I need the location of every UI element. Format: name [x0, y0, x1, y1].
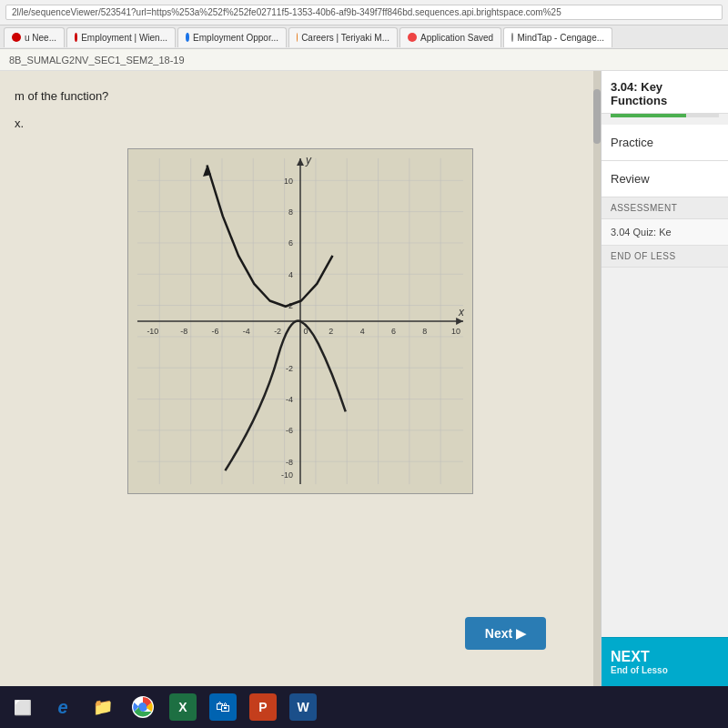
sidebar-item-review-label: Review: [611, 172, 650, 186]
right-sidebar: 3.04: Key Functions Practice Review Asse…: [601, 71, 728, 686]
chrome-icon[interactable]: [129, 693, 157, 721]
svg-point-51: [139, 703, 147, 711]
sidebar-next-label: NEXT: [611, 649, 719, 665]
svg-text:8: 8: [288, 207, 293, 217]
tab-icon-careers: [297, 33, 298, 42]
graph-svg: x y -10 -8 -6 -4 -2 0 2 4 6 8 10 10 8 6 …: [128, 149, 472, 493]
word-icon[interactable]: W: [289, 693, 317, 721]
sidebar-assessment-text: Assessment: [611, 203, 677, 213]
svg-text:y: y: [305, 154, 312, 167]
tab-label-careers: Careers | Teriyaki M...: [301, 33, 389, 43]
sidebar-item-practice[interactable]: Practice: [602, 125, 728, 161]
breadcrumb: 8B_SUMALG2NV_SEC1_SEM2_18-19: [0, 49, 728, 71]
svg-text:2: 2: [288, 301, 293, 310]
scroll-thumb: [593, 89, 601, 144]
sidebar-progress-bar: [611, 114, 719, 117]
powerpoint-icon[interactable]: P: [249, 693, 277, 721]
svg-text:-4: -4: [286, 395, 293, 404]
svg-text:-2: -2: [286, 364, 293, 373]
question-text: m of the function?: [15, 89, 108, 103]
svg-text:-8: -8: [286, 458, 293, 467]
scroll-indicator[interactable]: [593, 71, 601, 686]
sidebar-sub-item-quiz[interactable]: 3.04 Quiz: Ke: [602, 219, 728, 246]
sidebar-assessment-label: Assessment: [602, 197, 728, 219]
tab-label-nee: u Nee...: [25, 33, 56, 43]
sidebar-title: 3.04: Key Functions: [602, 71, 728, 114]
svg-text:-6: -6: [286, 426, 293, 435]
tab-label-wien: Employment | Wien...: [81, 33, 167, 43]
tab-bar: u Nee... Employment | Wien... Employment…: [0, 25, 728, 49]
left-panel: m of the function? x.: [0, 71, 601, 686]
graph-container: x y -10 -8 -6 -4 -2 0 2 4 6 8 10 10 8 6 …: [127, 148, 473, 494]
svg-text:-8: -8: [180, 327, 187, 336]
monitor-icon[interactable]: ⬜: [9, 693, 36, 721]
svg-text:-6: -6: [212, 327, 219, 336]
next-button-area: Next ▶: [465, 617, 546, 650]
tab-icon-wien: [75, 33, 77, 42]
tab-careers[interactable]: Careers | Teriyaki M...: [288, 27, 398, 47]
sidebar-next-sub: End of Lesso: [611, 665, 719, 675]
breadcrumb-text: 8B_SUMALG2NV_SEC1_SEM2_18-19: [9, 55, 185, 66]
sidebar-end-text: END OF LESS: [611, 251, 676, 261]
tab-label-mindtap: MindTap - Cengage...: [517, 33, 604, 43]
tab-icon-oppor: [186, 33, 189, 42]
browser-url-bar: 2l/le/sequenceViewer/523541?url=https%25…: [0, 0, 728, 25]
svg-text:-10: -10: [147, 327, 158, 336]
next-button[interactable]: Next ▶: [465, 617, 546, 650]
svg-text:x: x: [458, 306, 465, 318]
tab-icon-nee: [12, 33, 21, 42]
excel-icon[interactable]: X: [169, 693, 197, 721]
tab-employment-wien[interactable]: Employment | Wien...: [66, 27, 176, 47]
sidebar-next-button[interactable]: NEXT End of Lesso: [602, 637, 728, 686]
svg-text:-2: -2: [274, 327, 281, 336]
main-content: m of the function? x.: [0, 71, 728, 686]
tab-icon-app-saved: [408, 33, 417, 42]
taskbar: ⬜ e 📁 X 🛍 P W: [0, 686, 728, 728]
tab-label-app-saved: Application Saved: [420, 33, 493, 43]
svg-text:-4: -4: [243, 327, 250, 336]
question-area: m of the function? x.: [0, 71, 601, 139]
svg-text:8: 8: [422, 327, 427, 336]
sidebar-end-label: END OF LESS: [602, 246, 728, 268]
answer-label: x.: [15, 116, 24, 130]
svg-text:4: 4: [360, 327, 365, 336]
sidebar-item-review[interactable]: Review: [602, 161, 728, 197]
tab-icon-mindtap: [511, 33, 513, 42]
sidebar-item-practice-label: Practice: [611, 136, 653, 149]
svg-text:6: 6: [288, 238, 293, 248]
tab-label-oppor: Employment Oppor...: [193, 33, 278, 43]
tab-application-saved[interactable]: Application Saved: [399, 27, 501, 47]
sidebar-quiz-label: 3.04 Quiz: Ke: [611, 227, 672, 238]
tab-employment-oppor[interactable]: Employment Oppor...: [177, 27, 287, 47]
file-explorer-icon[interactable]: 📁: [89, 693, 116, 721]
svg-text:2: 2: [329, 327, 333, 336]
svg-text:10: 10: [284, 177, 293, 186]
next-button-label: Next ▶: [485, 626, 526, 641]
sidebar-progress-fill: [611, 114, 686, 117]
sidebar-title-line2: Functions: [611, 94, 667, 107]
url-display[interactable]: 2l/le/sequenceViewer/523541?url=https%25…: [5, 5, 723, 20]
sidebar-title-line1: 3.04: Key: [611, 80, 662, 94]
ie-icon[interactable]: e: [49, 693, 76, 721]
svg-text:10: 10: [451, 327, 460, 336]
svg-text:6: 6: [391, 327, 396, 336]
store-icon[interactable]: 🛍: [209, 693, 237, 721]
tab-nee[interactable]: u Nee...: [4, 27, 65, 47]
svg-text:-10: -10: [281, 470, 293, 480]
tab-mindtap[interactable]: MindTap - Cengage...: [503, 27, 612, 47]
svg-text:4: 4: [288, 270, 293, 279]
